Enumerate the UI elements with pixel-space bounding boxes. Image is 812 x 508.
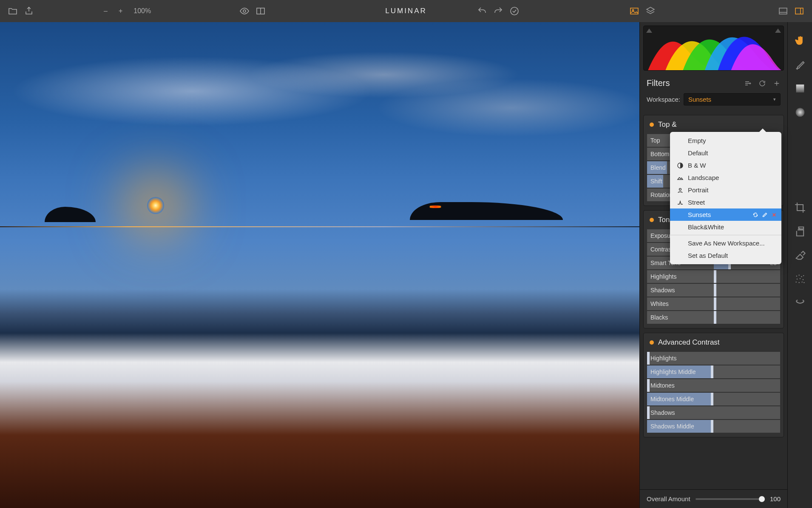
layers-icon[interactable] (645, 6, 656, 16)
menu-item-label: B & W (688, 162, 706, 169)
radial-icon[interactable] (794, 106, 806, 118)
workspace-item-bw2[interactable]: Black&White (670, 221, 781, 233)
svg-rect-9 (796, 85, 804, 93)
svg-point-21 (803, 282, 804, 283)
share-icon[interactable] (24, 6, 34, 16)
svg-point-13 (801, 276, 802, 277)
workspace-item-landscape[interactable]: Landscape (670, 171, 781, 184)
svg-point-18 (795, 282, 796, 283)
group-header[interactable]: Advanced Contrast (644, 333, 784, 351)
noise-icon[interactable] (794, 273, 806, 285)
group-title: Top & (658, 120, 676, 129)
group-enable-dot[interactable] (650, 340, 654, 345)
histogram[interactable] (643, 26, 784, 71)
canvas-area[interactable] (0, 22, 639, 508)
filters-panel: Filters Workspace: Sunsets ▾ (639, 22, 787, 508)
workspace-item-portrait[interactable]: Portrait (670, 184, 781, 196)
slider-ac-mid-mid[interactable]: Midtones Middle (647, 393, 780, 405)
filter-group-adv-contrast: Advanced Contrast Highlights Highlights … (643, 333, 784, 437)
crop-icon[interactable] (794, 202, 806, 214)
image-mode-icon[interactable] (629, 6, 639, 16)
svg-point-2 (511, 7, 518, 15)
slider-ac-highlights[interactable]: Highlights (647, 352, 780, 365)
half-circle-icon (677, 162, 684, 169)
street-icon (677, 199, 684, 206)
slider-ac-shadows[interactable]: Shadows (647, 406, 780, 419)
delete-icon[interactable] (771, 212, 777, 218)
menu-item-label: Landscape (688, 174, 719, 181)
edit-icon[interactable] (762, 212, 768, 218)
top-toolbar: – + 100% LUMINAR (0, 0, 812, 22)
histogram-shadow-clip-icon[interactable] (646, 29, 652, 33)
group-enable-dot[interactable] (650, 123, 654, 127)
main-body: Filters Workspace: Sunsets ▾ (0, 22, 812, 508)
sync-icon[interactable] (752, 212, 758, 218)
menu-item-label: Portrait (688, 186, 708, 194)
overall-value: 100 (770, 495, 781, 502)
zoom-out-button[interactable]: – (101, 7, 110, 15)
overall-amount-row: Overall Amount 100 (640, 489, 787, 508)
workspace-menu: Empty Default B & W Landscape Portrait S… (670, 132, 781, 264)
redo-icon[interactable] (493, 6, 503, 16)
undo-icon[interactable] (477, 6, 487, 16)
zoom-level-label[interactable]: 100% (133, 7, 151, 15)
overall-label: Overall Amount (647, 495, 690, 502)
workspace-item-street[interactable]: Street (670, 196, 781, 208)
slider-blacks[interactable]: Blacks (647, 311, 780, 324)
slider-label: Highlights (647, 355, 676, 362)
compare-icon[interactable] (256, 6, 266, 16)
slider-ac-sh-mid[interactable]: Shadows Middle (647, 420, 780, 433)
svg-point-10 (795, 108, 804, 117)
svg-point-8 (679, 188, 681, 190)
landscape-icon (677, 174, 684, 181)
group-enable-dot[interactable] (650, 218, 654, 222)
apply-icon[interactable] (509, 6, 520, 16)
hand-icon[interactable] (794, 35, 806, 47)
group-title: Advanced Contrast (658, 338, 720, 347)
svg-point-15 (796, 279, 797, 280)
side-panel-icon[interactable] (794, 6, 804, 16)
slider-highlights[interactable]: Highlights (647, 270, 780, 283)
gradient-icon[interactable] (794, 83, 806, 94)
slider-label: Shadows (647, 287, 675, 294)
tool-strip (787, 22, 812, 508)
slider-ac-midtones[interactable]: Midtones (647, 379, 780, 392)
plus-icon[interactable] (773, 80, 781, 87)
svg-rect-5 (779, 8, 787, 14)
filters-header: Filters (640, 74, 787, 91)
svg-rect-3 (630, 8, 638, 14)
menu-separator (670, 235, 781, 235)
clone-icon[interactable] (794, 225, 806, 237)
overall-slider[interactable] (696, 498, 765, 500)
workspace-label: Workspace: (647, 96, 680, 103)
workspace-dropdown[interactable]: Sunsets ▾ (684, 93, 781, 106)
workspace-set-default[interactable]: Set as Default (670, 249, 781, 262)
slider-ac-hl-mid[interactable]: Highlights Middle (647, 365, 780, 378)
brush-icon[interactable] (794, 59, 806, 71)
add-filter-icon[interactable] (744, 80, 752, 87)
workspace-save-as[interactable]: Save As New Workspace... (670, 237, 781, 249)
workspace-item-bw[interactable]: B & W (670, 159, 781, 171)
portrait-icon (677, 187, 684, 194)
workspace-item-sunsets[interactable]: Sunsets (670, 208, 781, 221)
slider-label: Whites (647, 300, 669, 307)
chevron-down-icon: ▾ (773, 97, 776, 102)
svg-point-12 (798, 275, 799, 276)
eye-icon[interactable] (239, 6, 250, 16)
workspace-item-empty[interactable]: Empty (670, 134, 781, 147)
workspace-item-default[interactable]: Default (670, 147, 781, 159)
info-panel-icon[interactable] (778, 6, 788, 16)
histogram-highlight-clip-icon[interactable] (775, 29, 781, 33)
slider-whites[interactable]: Whites (647, 297, 780, 310)
workspace-row: Workspace: Sunsets ▾ (640, 91, 787, 111)
reset-icon[interactable] (758, 80, 766, 87)
zoom-in-button[interactable]: + (116, 7, 125, 15)
slider-knob[interactable] (759, 496, 765, 502)
slider-label: Highlights (647, 273, 676, 280)
erase-icon[interactable] (794, 249, 806, 261)
filters-title: Filters (647, 78, 670, 88)
slider-shadows[interactable]: Shadows (647, 284, 780, 297)
transform-icon[interactable] (794, 297, 806, 309)
folder-icon[interactable] (8, 6, 18, 16)
slider-label: Blend (647, 164, 666, 171)
